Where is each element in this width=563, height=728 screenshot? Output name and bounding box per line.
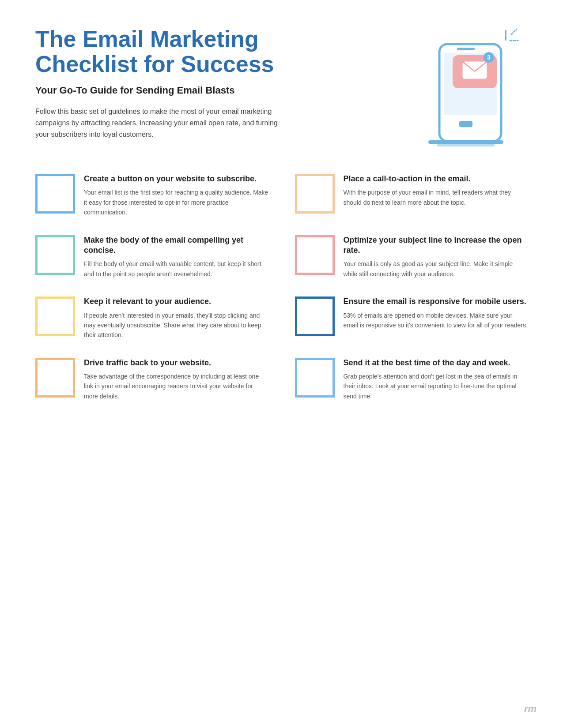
checklist-item-relevant-audience: Keep it relevant to your audience. If pe… (35, 296, 268, 340)
svg-rect-14 (437, 144, 495, 146)
checkbox-subject-line (295, 235, 335, 275)
page-wrapper: The Email Marketing Checklist for Succes… (0, 0, 563, 428)
checklist-item-best-time: Send it at the best time of the day and … (295, 358, 528, 402)
checklist-item-drive-traffic: Drive traffic back to your website. Take… (35, 358, 268, 402)
checkbox-best-time (295, 358, 335, 398)
item-desc-subscribe-button: Your email list is the first step for re… (84, 188, 268, 217)
item-desc-call-to-action: With the purpose of your email in mind, … (344, 188, 528, 207)
phone-illustration: 3 (404, 18, 528, 152)
checklist-item-subscribe-button: Create a button on your website to subsc… (35, 174, 268, 218)
item-title-subject-line: Optimize your subject line to increase t… (344, 235, 528, 256)
svg-rect-2 (459, 121, 472, 127)
checklist-item-call-to-action: Place a call-to-action in the email. Wit… (295, 174, 528, 218)
item-desc-drive-traffic: Take advantage of the correspondence by … (84, 372, 268, 401)
header-section: The Email Marketing Checklist for Succes… (35, 26, 528, 152)
item-desc-subject-line: Your email is only as good as your subje… (344, 259, 528, 279)
checklist-item-subject-line: Optimize your subject line to increase t… (295, 235, 528, 279)
item-title-mobile-responsive: Ensure the email is responsive for mobil… (344, 296, 528, 307)
svg-rect-13 (428, 140, 503, 144)
checkbox-email-body (35, 235, 75, 275)
item-content-drive-traffic: Drive traffic back to your website. Take… (84, 358, 268, 402)
item-content-email-body: Make the body of the email compelling ye… (84, 235, 268, 279)
item-desc-mobile-responsive: 53% of emails are opened on mobile devic… (344, 311, 528, 330)
checklist-item-mobile-responsive: Ensure the email is responsive for mobil… (295, 296, 528, 340)
checkbox-drive-traffic (35, 358, 75, 398)
item-content-mobile-responsive: Ensure the email is responsive for mobil… (344, 296, 528, 330)
intro-text: Follow this basic set of guidelines to m… (35, 106, 283, 140)
checkbox-relevant-audience (35, 296, 75, 336)
item-title-email-body: Make the body of the email compelling ye… (84, 235, 268, 256)
item-content-relevant-audience: Keep it relevant to your audience. If pe… (84, 296, 268, 340)
subtitle: Your Go-To Guide for Sending Email Blast… (35, 85, 283, 96)
svg-text:3: 3 (487, 54, 491, 61)
checklist-grid: Create a button on your website to subsc… (35, 174, 528, 401)
item-desc-relevant-audience: If people aren't interested in your emai… (84, 311, 268, 340)
svg-rect-3 (457, 48, 475, 50)
item-content-call-to-action: Place a call-to-action in the email. Wit… (344, 174, 528, 207)
item-title-drive-traffic: Drive traffic back to your website. (84, 358, 268, 368)
checkbox-mobile-responsive (295, 296, 335, 336)
item-content-best-time: Send it at the best time of the day and … (344, 358, 528, 402)
checkbox-subscribe-button (35, 174, 75, 214)
item-title-best-time: Send it at the best time of the day and … (344, 358, 528, 368)
checkbox-call-to-action (295, 174, 335, 214)
item-desc-best-time: Grab people's attention and don't get lo… (344, 372, 528, 401)
item-title-subscribe-button: Create a button on your website to subsc… (84, 174, 268, 184)
header-text: The Email Marketing Checklist for Succes… (35, 26, 283, 140)
main-title: The Email Marketing Checklist for Succes… (35, 26, 283, 77)
checklist-item-email-body: Make the body of the email compelling ye… (35, 235, 268, 279)
item-title-call-to-action: Place a call-to-action in the email. (344, 174, 528, 184)
item-content-subject-line: Optimize your subject line to increase t… (344, 235, 528, 279)
footer-brand: rm (524, 703, 537, 715)
item-desc-email-body: Fill the body of your email with valuabl… (84, 259, 268, 279)
svg-line-11 (511, 29, 517, 34)
item-title-relevant-audience: Keep it relevant to your audience. (84, 296, 268, 307)
item-content-subscribe-button: Create a button on your website to subsc… (84, 174, 268, 218)
